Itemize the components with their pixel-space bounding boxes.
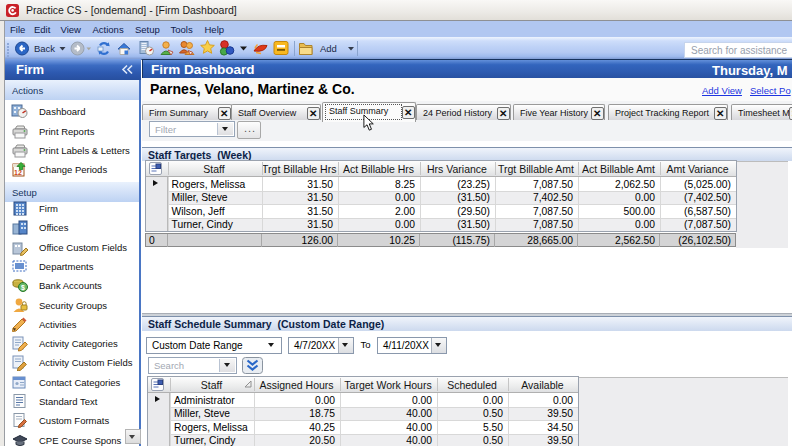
svg-text:Add: Add	[320, 43, 337, 54]
svg-text:12: 12	[14, 169, 22, 176]
svg-text:$: $	[21, 284, 25, 292]
svg-text:Back: Back	[34, 43, 55, 54]
